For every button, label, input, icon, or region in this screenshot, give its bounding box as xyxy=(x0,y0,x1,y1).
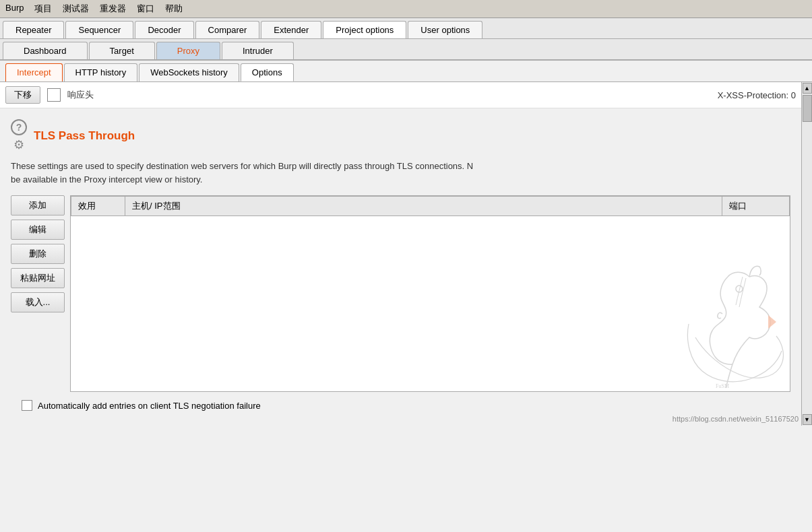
tab-websockets-history[interactable]: WebSockets history xyxy=(139,63,239,81)
tab-sequencer[interactable]: Sequencer xyxy=(65,21,133,38)
watermark-url: https://blog.csdn.net/weixin_51167520 xyxy=(673,415,799,423)
paste-url-button[interactable]: 粘贴网址 xyxy=(11,268,65,288)
tab-target[interactable]: Target xyxy=(89,42,155,59)
tls-table: 效用 主机/ IP范围 端口 xyxy=(71,196,790,216)
add-button[interactable]: 添加 xyxy=(11,195,65,215)
auto-add-label: Automatically add entries on client TLS … xyxy=(38,401,261,411)
section-header: ? ⚙ TLS Pass Through xyxy=(11,119,790,153)
tab-project-options[interactable]: Project options xyxy=(323,21,406,38)
content-scroll: 下移 响应头 X-XSS-Protection: 0 ? ⚙ TLS Pass … xyxy=(0,82,801,426)
col-enabled: 效用 xyxy=(71,197,125,216)
tabs-row1: Repeater Sequencer Decoder Comparer Exte… xyxy=(0,18,812,39)
menu-burp[interactable]: Burp xyxy=(5,3,24,15)
content-wrapper: 下移 响应头 X-XSS-Protection: 0 ? ⚙ TLS Pass … xyxy=(0,82,812,426)
horse-watermark: FuSM xyxy=(655,257,790,391)
tab-comparer[interactable]: Comparer xyxy=(195,21,260,38)
top-strip: 下移 响应头 X-XSS-Protection: 0 xyxy=(0,82,801,108)
tab-intercept[interactable]: Intercept xyxy=(5,63,63,81)
tab-intruder[interactable]: Intruder xyxy=(222,42,294,59)
auto-add-checkbox[interactable] xyxy=(22,400,32,411)
gear-icon: ⚙ xyxy=(11,137,27,153)
tls-section: ? ⚙ TLS Pass Through These settings are … xyxy=(0,108,801,426)
section-icons: ? ⚙ xyxy=(11,119,27,153)
delete-button[interactable]: 删除 xyxy=(11,244,65,264)
tab-options[interactable]: Options xyxy=(241,63,294,81)
tab-user-options[interactable]: User options xyxy=(408,21,482,38)
section-description: These settings are used to specify desti… xyxy=(11,160,752,186)
table-body: FuSM xyxy=(71,216,790,391)
tab-proxy[interactable]: Proxy xyxy=(156,42,220,59)
tab-dashboard[interactable]: Dashboard xyxy=(3,42,88,59)
tabs-row2: Dashboard Target Proxy Intruder xyxy=(0,39,812,61)
tab-extender[interactable]: Extender xyxy=(261,21,321,38)
menu-project[interactable]: 项目 xyxy=(34,3,52,15)
menu-repeater[interactable]: 重发器 xyxy=(100,3,126,15)
tls-table-wrapper: 效用 主机/ IP范围 端口 xyxy=(70,195,790,392)
svg-text:FuSM: FuSM xyxy=(716,383,729,389)
response-header-checkbox[interactable] xyxy=(47,88,61,102)
svg-point-0 xyxy=(736,286,743,292)
main-scrollbar[interactable]: ▲ ▼ xyxy=(801,82,812,426)
tabs-row3: Intercept HTTP history WebSockets histor… xyxy=(0,61,812,82)
menu-tester[interactable]: 测试器 xyxy=(63,3,89,15)
load-button[interactable]: 载入... xyxy=(11,292,65,312)
response-header-label: 响应头 xyxy=(67,89,94,101)
table-container: 添加 编辑 删除 粘贴网址 载入... 效用 主机/ IP范围 端口 xyxy=(11,195,790,392)
scrollbar-down-button[interactable]: ▼ xyxy=(803,414,812,425)
menu-bar: Burp 项目 测试器 重发器 窗口 帮助 xyxy=(0,0,812,18)
move-down-button[interactable]: 下移 xyxy=(5,86,40,104)
section-title: TLS Pass Through xyxy=(34,129,135,143)
menu-help[interactable]: 帮助 xyxy=(165,3,183,15)
col-port: 端口 xyxy=(722,197,790,216)
menu-window[interactable]: 窗口 xyxy=(137,3,154,15)
scrollbar-thumb[interactable] xyxy=(803,95,812,122)
help-icon: ? xyxy=(11,119,27,135)
tab-http-history[interactable]: HTTP history xyxy=(64,63,138,81)
tab-repeater[interactable]: Repeater xyxy=(3,21,64,38)
col-host: 主机/ IP范围 xyxy=(125,197,722,216)
svg-marker-1 xyxy=(768,315,776,329)
action-buttons: 添加 编辑 删除 粘贴网址 载入... xyxy=(11,195,65,392)
edit-button[interactable]: 编辑 xyxy=(11,220,65,240)
scrollbar-up-button[interactable]: ▲ xyxy=(803,83,812,94)
response-header-value: X-XSS-Protection: 0 xyxy=(718,90,796,100)
tab-decoder[interactable]: Decoder xyxy=(135,21,193,38)
